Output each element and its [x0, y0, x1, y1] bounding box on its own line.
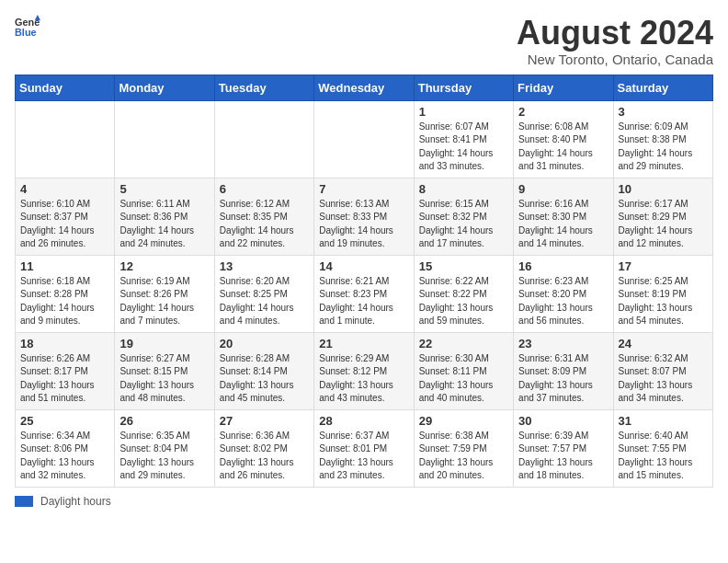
calendar-cell [16, 100, 115, 178]
day-info: Sunrise: 6:37 AM Sunset: 8:01 PM Dayligh… [319, 430, 408, 483]
calendar-cell: 27Sunrise: 6:36 AM Sunset: 8:02 PM Dayli… [214, 409, 313, 487]
day-info: Sunrise: 6:07 AM Sunset: 8:41 PM Dayligh… [419, 121, 508, 174]
day-number: 26 [119, 414, 209, 428]
weekday-header-row: SundayMondayTuesdayWednesdayThursdayFrid… [16, 75, 713, 100]
calendar-cell: 19Sunrise: 6:27 AM Sunset: 8:15 PM Dayli… [115, 332, 214, 409]
day-info: Sunrise: 6:22 AM Sunset: 8:22 PM Dayligh… [419, 275, 508, 328]
calendar-cell: 7Sunrise: 6:13 AM Sunset: 8:33 PM Daylig… [314, 178, 414, 255]
day-info: Sunrise: 6:36 AM Sunset: 8:02 PM Dayligh… [220, 430, 309, 483]
day-info: Sunrise: 6:35 AM Sunset: 8:04 PM Dayligh… [119, 430, 209, 483]
day-number: 18 [20, 337, 109, 350]
weekday-header-tuesday: Tuesday [214, 75, 313, 100]
calendar-week-row: 4Sunrise: 6:10 AM Sunset: 8:37 PM Daylig… [16, 178, 713, 255]
day-number: 16 [518, 259, 608, 273]
calendar-cell: 28Sunrise: 6:37 AM Sunset: 8:01 PM Dayli… [314, 409, 414, 487]
day-number: 19 [119, 337, 209, 350]
day-number: 12 [119, 259, 209, 273]
day-info: Sunrise: 6:20 AM Sunset: 8:25 PM Dayligh… [220, 275, 309, 328]
day-number: 29 [419, 414, 508, 428]
day-info: Sunrise: 6:10 AM Sunset: 8:37 PM Dayligh… [20, 198, 109, 251]
logo-icon: General Blue [15, 15, 40, 40]
calendar-cell: 1Sunrise: 6:07 AM Sunset: 8:41 PM Daylig… [414, 100, 513, 178]
day-number: 27 [220, 414, 309, 428]
calendar-week-row: 25Sunrise: 6:34 AM Sunset: 8:06 PM Dayli… [16, 409, 713, 487]
calendar-cell: 10Sunrise: 6:17 AM Sunset: 8:29 PM Dayli… [613, 178, 712, 255]
day-number: 1 [419, 105, 508, 119]
day-number: 23 [518, 337, 608, 350]
day-info: Sunrise: 6:18 AM Sunset: 8:28 PM Dayligh… [20, 275, 109, 328]
title-area: August 2024 New Toronto, Ontario, Canada [517, 15, 713, 67]
day-number: 20 [220, 337, 309, 350]
day-info: Sunrise: 6:32 AM Sunset: 8:07 PM Dayligh… [619, 352, 708, 406]
day-number: 11 [20, 259, 109, 273]
page-header: General Blue August 2024 New Toronto, On… [15, 15, 713, 67]
calendar-cell: 26Sunrise: 6:35 AM Sunset: 8:04 PM Dayli… [115, 409, 214, 487]
day-info: Sunrise: 6:16 AM Sunset: 8:30 PM Dayligh… [518, 198, 608, 251]
weekday-header-monday: Monday [115, 75, 214, 100]
calendar-cell [314, 100, 414, 178]
day-number: 14 [319, 259, 408, 273]
day-info: Sunrise: 6:34 AM Sunset: 8:06 PM Dayligh… [20, 430, 109, 483]
day-info: Sunrise: 6:28 AM Sunset: 8:14 PM Dayligh… [220, 352, 309, 406]
day-number: 31 [619, 414, 708, 428]
calendar-cell: 30Sunrise: 6:39 AM Sunset: 7:57 PM Dayli… [514, 409, 613, 487]
day-info: Sunrise: 6:29 AM Sunset: 8:12 PM Dayligh… [319, 352, 408, 406]
weekday-header-friday: Friday [514, 75, 613, 100]
svg-text:Blue: Blue [15, 27, 37, 38]
calendar-cell: 12Sunrise: 6:19 AM Sunset: 8:26 PM Dayli… [115, 255, 214, 332]
calendar-cell: 17Sunrise: 6:25 AM Sunset: 8:19 PM Dayli… [613, 255, 712, 332]
day-info: Sunrise: 6:31 AM Sunset: 8:09 PM Dayligh… [518, 352, 608, 406]
day-number: 7 [319, 182, 408, 196]
calendar-cell: 29Sunrise: 6:38 AM Sunset: 7:59 PM Dayli… [414, 409, 513, 487]
calendar-cell: 24Sunrise: 6:32 AM Sunset: 8:07 PM Dayli… [613, 332, 712, 409]
calendar-cell: 16Sunrise: 6:23 AM Sunset: 8:20 PM Dayli… [514, 255, 613, 332]
calendar-cell: 11Sunrise: 6:18 AM Sunset: 8:28 PM Dayli… [16, 255, 115, 332]
weekday-header-saturday: Saturday [613, 75, 712, 100]
day-info: Sunrise: 6:12 AM Sunset: 8:35 PM Dayligh… [220, 198, 309, 251]
calendar-cell: 31Sunrise: 6:40 AM Sunset: 7:55 PM Dayli… [613, 409, 712, 487]
weekday-header-wednesday: Wednesday [314, 75, 414, 100]
legend-label: Daylight hours [40, 495, 111, 508]
calendar-cell: 23Sunrise: 6:31 AM Sunset: 8:09 PM Dayli… [514, 332, 613, 409]
day-info: Sunrise: 6:38 AM Sunset: 7:59 PM Dayligh… [419, 430, 508, 483]
day-info: Sunrise: 6:13 AM Sunset: 8:33 PM Dayligh… [319, 198, 408, 251]
calendar-cell: 20Sunrise: 6:28 AM Sunset: 8:14 PM Dayli… [214, 332, 313, 409]
logo: General Blue [15, 15, 40, 40]
day-info: Sunrise: 6:08 AM Sunset: 8:40 PM Dayligh… [518, 121, 608, 174]
day-number: 5 [119, 182, 209, 196]
day-info: Sunrise: 6:21 AM Sunset: 8:23 PM Dayligh… [319, 275, 408, 328]
day-info: Sunrise: 6:40 AM Sunset: 7:55 PM Dayligh… [619, 430, 708, 483]
day-info: Sunrise: 6:09 AM Sunset: 8:38 PM Dayligh… [619, 121, 708, 174]
day-info: Sunrise: 6:27 AM Sunset: 8:15 PM Dayligh… [119, 352, 209, 406]
location: New Toronto, Ontario, Canada [517, 52, 713, 67]
day-info: Sunrise: 6:25 AM Sunset: 8:19 PM Dayligh… [619, 275, 708, 328]
day-info: Sunrise: 6:17 AM Sunset: 8:29 PM Dayligh… [619, 198, 708, 251]
day-number: 28 [319, 414, 408, 428]
calendar-week-row: 11Sunrise: 6:18 AM Sunset: 8:28 PM Dayli… [16, 255, 713, 332]
calendar-cell: 8Sunrise: 6:15 AM Sunset: 8:32 PM Daylig… [414, 178, 513, 255]
day-number: 4 [20, 182, 109, 196]
day-number: 21 [319, 337, 408, 350]
calendar-cell [214, 100, 313, 178]
calendar-cell: 5Sunrise: 6:11 AM Sunset: 8:36 PM Daylig… [115, 178, 214, 255]
calendar-cell: 3Sunrise: 6:09 AM Sunset: 8:38 PM Daylig… [613, 100, 712, 178]
calendar-cell [115, 100, 214, 178]
calendar-cell: 13Sunrise: 6:20 AM Sunset: 8:25 PM Dayli… [214, 255, 313, 332]
calendar-cell: 15Sunrise: 6:22 AM Sunset: 8:22 PM Dayli… [414, 255, 513, 332]
day-number: 10 [619, 182, 708, 196]
calendar-cell: 2Sunrise: 6:08 AM Sunset: 8:40 PM Daylig… [514, 100, 613, 178]
footer: Daylight hours [15, 495, 713, 508]
day-number: 6 [220, 182, 309, 196]
calendar-week-row: 1Sunrise: 6:07 AM Sunset: 8:41 PM Daylig… [16, 100, 713, 178]
day-number: 25 [20, 414, 109, 428]
day-number: 9 [518, 182, 608, 196]
calendar-cell: 22Sunrise: 6:30 AM Sunset: 8:11 PM Dayli… [414, 332, 513, 409]
day-info: Sunrise: 6:23 AM Sunset: 8:20 PM Dayligh… [518, 275, 608, 328]
day-number: 8 [419, 182, 508, 196]
day-info: Sunrise: 6:11 AM Sunset: 8:36 PM Dayligh… [119, 198, 209, 251]
day-number: 30 [518, 414, 608, 428]
weekday-header-sunday: Sunday [16, 75, 115, 100]
day-info: Sunrise: 6:26 AM Sunset: 8:17 PM Dayligh… [20, 352, 109, 406]
calendar-cell: 6Sunrise: 6:12 AM Sunset: 8:35 PM Daylig… [214, 178, 313, 255]
calendar-cell: 9Sunrise: 6:16 AM Sunset: 8:30 PM Daylig… [514, 178, 613, 255]
